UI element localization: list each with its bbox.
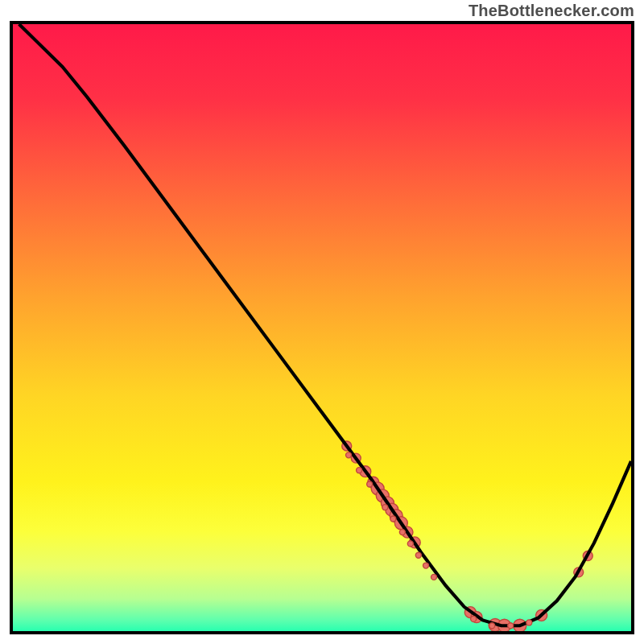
data-dot (471, 616, 477, 621)
attribution-label: TheBottlenecker.com (469, 2, 634, 20)
chart-container: TheBottlenecker.com (0, 0, 644, 644)
data-dot (508, 623, 514, 629)
curve-layer (13, 24, 631, 631)
data-dot (431, 574, 437, 580)
data-dot (489, 623, 495, 629)
data-dot (346, 452, 352, 458)
data-dot (382, 505, 388, 510)
plot-frame (10, 21, 634, 634)
data-dot (367, 481, 373, 487)
data-dot (526, 620, 532, 625)
data-dot (407, 541, 413, 547)
data-dot (415, 552, 421, 558)
data-dot (399, 530, 405, 535)
data-dot (390, 516, 396, 522)
data-dot (423, 563, 429, 568)
data-dot (357, 468, 362, 473)
bottleneck-curve (19, 24, 631, 625)
